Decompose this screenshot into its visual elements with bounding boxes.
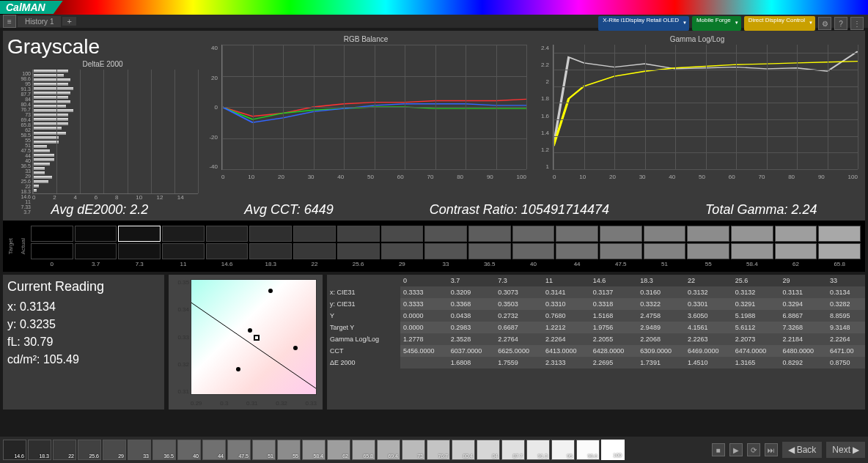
current-reading: Current Reading x: 0.3134 y: 0.3235 fL: … — [3, 275, 164, 410]
de-chart-title: DeltaE 2000 — [7, 60, 198, 68]
menu-icon[interactable]: ⋮ — [850, 17, 864, 30]
help-icon[interactable]: ? — [834, 17, 847, 30]
level-swatch[interactable]: 51 — [252, 440, 276, 460]
level-swatch[interactable]: 62 — [327, 440, 350, 460]
cie-chart: 0.350.340.330.320.31 0.290.30.310.320.33 — [169, 275, 323, 410]
level-swatch[interactable]: 29 — [103, 440, 126, 460]
level-swatch[interactable]: 87.7 — [501, 440, 525, 460]
grayscale-swatches: TargetActual 03.77.31114.618.32225.62933… — [3, 221, 865, 272]
data-table: 03.77.31114.618.32225.62933x: CIE310.333… — [327, 275, 865, 410]
level-swatch[interactable]: 100 — [601, 440, 625, 460]
next-button[interactable]: Next ▶ — [826, 442, 865, 458]
stats-row: Avg dE2000: 2.2 Avg CCT: 6449 Contrast R… — [3, 199, 865, 221]
svg-line-0 — [191, 303, 316, 388]
reading-y: y: 0.3235 — [7, 318, 160, 331]
level-swatch[interactable]: 65.8 — [352, 440, 375, 460]
tab-history[interactable]: History 1 — [18, 16, 61, 27]
level-swatch[interactable]: 58.4 — [302, 440, 326, 460]
skip-icon[interactable]: ⏭ — [765, 443, 778, 456]
back-button[interactable]: ◀ Back — [782, 442, 823, 458]
stop-icon[interactable]: ■ — [712, 443, 725, 456]
level-swatch[interactable]: 69.4 — [377, 440, 400, 460]
page-title: Grayscale — [7, 35, 198, 59]
tab-menu-icon[interactable]: ≡ — [3, 15, 16, 28]
display-dropdown[interactable]: Direct Display Control — [744, 16, 815, 31]
de2000-chart: 10098.69591.387.78480.476.77369.465.8625… — [7, 70, 198, 194]
level-swatch[interactable]: 25.6 — [78, 440, 101, 460]
tab-add-button[interactable]: + — [62, 17, 76, 26]
app-logo: CalMAN — [0, 1, 63, 14]
level-swatch[interactable]: 40 — [177, 440, 201, 460]
level-swatch[interactable]: 84 — [477, 440, 500, 460]
play-icon[interactable]: ▶ — [729, 443, 743, 456]
source-dropdown[interactable]: X-Rite i1Display Retail OLED — [598, 16, 689, 31]
bottom-bar: 14.618.32225.6293336.5404447.5515558.462… — [0, 437, 868, 463]
level-swatch[interactable]: 95 — [551, 440, 575, 460]
level-swatch[interactable]: 22 — [53, 440, 76, 460]
level-swatch[interactable]: 80.4 — [452, 440, 475, 460]
meter-dropdown[interactable]: Mobile Forge — [692, 16, 741, 31]
reading-x: x: 0.3134 — [7, 300, 160, 314]
rainbow-bar: CalMAN — [0, 0, 868, 15]
level-swatch[interactable]: 47.5 — [227, 440, 251, 460]
level-swatch[interactable]: 76.7 — [427, 440, 450, 460]
device-row: X-Rite i1Display Retail OLED Mobile Forg… — [598, 16, 864, 31]
level-swatch[interactable]: 33 — [128, 440, 151, 460]
avg-cct: Avg CCT: 6449 — [244, 202, 333, 218]
level-swatch[interactable]: 44 — [202, 440, 226, 460]
level-swatch[interactable]: 98.6 — [576, 440, 600, 460]
reading-title: Current Reading — [7, 279, 160, 295]
level-swatch[interactable]: 73 — [402, 440, 425, 460]
level-swatch[interactable]: 36.5 — [152, 440, 176, 460]
gamma-chart: 2.42.221.81.61.41.21 0102030405060708090… — [534, 45, 861, 180]
level-swatch[interactable]: 91.3 — [526, 440, 550, 460]
contrast-ratio: Contrast Ratio: 105491714474 — [430, 202, 609, 218]
repeat-icon[interactable]: ⟳ — [747, 443, 760, 456]
rgb-chart-title: RGB Balance — [202, 35, 529, 43]
level-swatch[interactable]: 55 — [277, 440, 301, 460]
rgb-balance-chart: 40200-20-40 0102030405060708090100 — [202, 45, 529, 180]
gamma-chart-title: Gamma Log/Log — [534, 35, 861, 43]
level-swatch[interactable]: 18.3 — [28, 440, 51, 460]
avg-de2000: Avg dE2000: 2.2 — [51, 202, 149, 218]
gear-icon[interactable]: ⚙ — [818, 17, 831, 30]
level-swatch[interactable]: 14.6 — [3, 440, 26, 460]
total-gamma: Total Gamma: 2.24 — [705, 202, 817, 218]
reading-cdm: cd/m²: 105.49 — [7, 353, 160, 366]
reading-fl: fL: 30.79 — [7, 336, 160, 349]
